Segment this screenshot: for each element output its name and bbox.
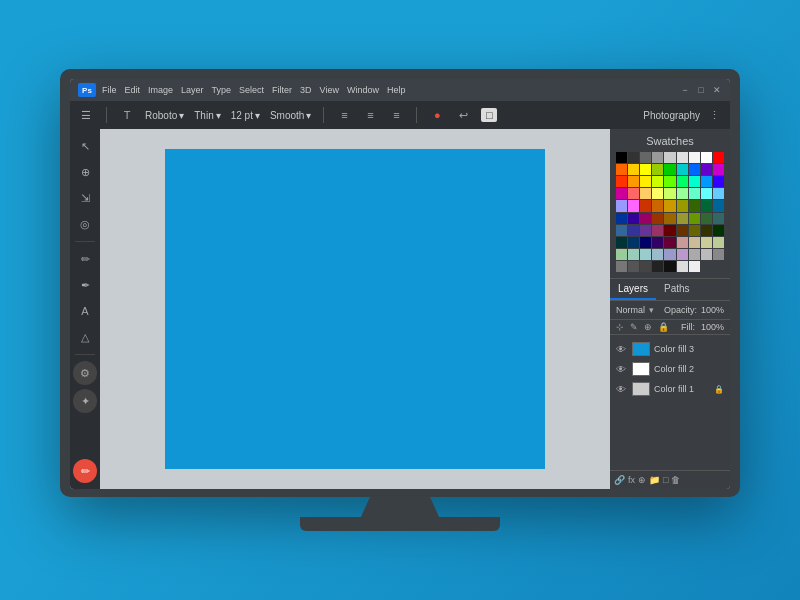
swatch-36[interactable] xyxy=(616,200,627,211)
swatch-75[interactable] xyxy=(652,249,663,260)
color-icon[interactable]: ● xyxy=(429,109,445,121)
swatch-5[interactable] xyxy=(677,152,688,163)
menu-view[interactable]: View xyxy=(320,85,339,95)
layer-item-1[interactable]: 👁Color fill 2 xyxy=(610,359,730,379)
swatch-39[interactable] xyxy=(652,200,663,211)
align-right-icon[interactable]: ≡ xyxy=(388,109,404,121)
swatch-82[interactable] xyxy=(628,261,639,272)
settings-tool[interactable]: ⚙ xyxy=(73,361,97,385)
swatch-7[interactable] xyxy=(701,152,712,163)
swatch-2[interactable] xyxy=(640,152,651,163)
swatch-86[interactable] xyxy=(677,261,688,272)
swatch-64[interactable] xyxy=(628,237,639,248)
swatch-53[interactable] xyxy=(713,213,724,224)
smooth-dropdown[interactable]: Smooth ▾ xyxy=(270,110,311,121)
shape-tool[interactable]: △ xyxy=(74,326,96,348)
layer-eye-1[interactable]: 👁 xyxy=(616,364,628,375)
menu-file[interactable]: File xyxy=(102,85,117,95)
swatch-3[interactable] xyxy=(652,152,663,163)
menu-edit[interactable]: Edit xyxy=(125,85,141,95)
swatch-87[interactable] xyxy=(689,261,700,272)
folder-icon[interactable]: 📁 xyxy=(649,475,660,485)
minimize-button[interactable]: − xyxy=(680,85,690,95)
swatch-79[interactable] xyxy=(701,249,712,260)
swatch-55[interactable] xyxy=(628,225,639,236)
weight-dropdown[interactable]: Thin ▾ xyxy=(194,110,220,121)
swatch-63[interactable] xyxy=(616,237,627,248)
align-left-icon[interactable]: ≡ xyxy=(336,109,352,121)
swatch-78[interactable] xyxy=(689,249,700,260)
swatch-35[interactable] xyxy=(713,188,724,199)
swatch-1[interactable] xyxy=(628,152,639,163)
swatch-19[interactable] xyxy=(628,176,639,187)
swatch-11[interactable] xyxy=(640,164,651,175)
swatch-34[interactable] xyxy=(701,188,712,199)
swatch-60[interactable] xyxy=(689,225,700,236)
blend-mode-label[interactable]: Normal xyxy=(616,305,645,315)
swatch-61[interactable] xyxy=(701,225,712,236)
brush-tool[interactable]: ✏ xyxy=(74,248,96,270)
swatch-65[interactable] xyxy=(640,237,651,248)
swatch-17[interactable] xyxy=(713,164,724,175)
menu-layer[interactable]: Layer xyxy=(181,85,204,95)
layer-eye-0[interactable]: 👁 xyxy=(616,344,628,355)
swatch-42[interactable] xyxy=(689,200,700,211)
swatch-21[interactable] xyxy=(652,176,663,187)
swatch-74[interactable] xyxy=(640,249,651,260)
swatch-46[interactable] xyxy=(628,213,639,224)
swatch-28[interactable] xyxy=(628,188,639,199)
opacity-value[interactable]: 100% xyxy=(701,305,724,315)
swatch-38[interactable] xyxy=(640,200,651,211)
fx-icon[interactable]: fx xyxy=(628,475,635,485)
swatch-32[interactable] xyxy=(677,188,688,199)
swatch-22[interactable] xyxy=(664,176,675,187)
layer-item-0[interactable]: 👁Color fill 3 xyxy=(610,339,730,359)
workspace-more-icon[interactable]: ⋮ xyxy=(706,109,722,122)
menu-help[interactable]: Help xyxy=(387,85,406,95)
transform-tool[interactable]: ⇲ xyxy=(74,187,96,209)
swatch-80[interactable] xyxy=(713,249,724,260)
swatch-52[interactable] xyxy=(701,213,712,224)
swatch-27[interactable] xyxy=(616,188,627,199)
swatch-48[interactable] xyxy=(652,213,663,224)
swatch-69[interactable] xyxy=(689,237,700,248)
tab-layers[interactable]: Layers xyxy=(610,279,656,300)
extra-tool[interactable]: ✦ xyxy=(73,389,97,413)
layer-item-2[interactable]: 👁Color fill 1🔒 xyxy=(610,379,730,399)
swatch-83[interactable] xyxy=(640,261,651,272)
swatch-66[interactable] xyxy=(652,237,663,248)
swatch-57[interactable] xyxy=(652,225,663,236)
swatch-10[interactable] xyxy=(628,164,639,175)
selection-tool[interactable]: ↖ xyxy=(74,135,96,157)
delete-layer-icon[interactable]: 🗑 xyxy=(671,475,680,485)
swatch-76[interactable] xyxy=(664,249,675,260)
link-icon[interactable]: 🔗 xyxy=(614,475,625,485)
font-dropdown[interactable]: Roboto ▾ xyxy=(145,110,184,121)
swatch-59[interactable] xyxy=(677,225,688,236)
record-button[interactable]: ✏ xyxy=(73,459,97,483)
menu-filter[interactable]: Filter xyxy=(272,85,292,95)
swatch-43[interactable] xyxy=(701,200,712,211)
swatch-50[interactable] xyxy=(677,213,688,224)
swatch-47[interactable] xyxy=(640,213,651,224)
swatch-44[interactable] xyxy=(713,200,724,211)
swatch-73[interactable] xyxy=(628,249,639,260)
swatch-0[interactable] xyxy=(616,152,627,163)
swatch-9[interactable] xyxy=(616,164,627,175)
options-icon[interactable]: □ xyxy=(481,108,497,122)
align-center-icon[interactable]: ≡ xyxy=(362,109,378,121)
swatch-4[interactable] xyxy=(664,152,675,163)
menu-type[interactable]: Type xyxy=(212,85,232,95)
text-tool[interactable]: A xyxy=(74,300,96,322)
swatch-8[interactable] xyxy=(713,152,724,163)
menu-window[interactable]: Window xyxy=(347,85,379,95)
swatch-49[interactable] xyxy=(664,213,675,224)
menu-3d[interactable]: 3D xyxy=(300,85,312,95)
swatch-13[interactable] xyxy=(664,164,675,175)
swatch-77[interactable] xyxy=(677,249,688,260)
undo-icon[interactable]: ↩ xyxy=(455,109,471,122)
swatch-56[interactable] xyxy=(640,225,651,236)
hamburger-icon[interactable]: ☰ xyxy=(78,109,94,122)
move-tool[interactable]: ⊕ xyxy=(74,161,96,183)
swatch-70[interactable] xyxy=(701,237,712,248)
